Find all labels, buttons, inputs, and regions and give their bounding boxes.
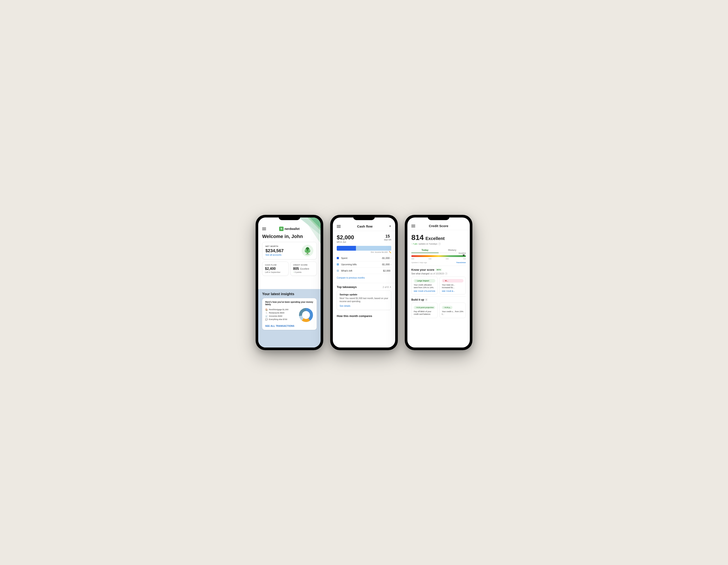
excellent-label: Excellent	[459, 252, 466, 254]
cashflow-rows: Spent -$1,000 › Upcoming bills -$1,000 ›…	[337, 255, 391, 274]
bar-wrapper: Excellent	[411, 255, 466, 257]
takeaways-header: Top takeaways 2 of 8 ∧	[337, 285, 391, 289]
cashflow-sub: left in Jun	[337, 241, 354, 243]
progress-label-text: Est. income $4,000	[371, 251, 388, 253]
phone1-top: N nerdwallet Welcome in, John NET WORTH …	[258, 217, 321, 289]
see-all-accounts[interactable]: See all accounts	[265, 254, 284, 256]
progress-bar-container: Est. income $4,000 ✏️	[337, 246, 391, 253]
svg-point-16	[303, 312, 309, 318]
count-text: 2 of 8	[383, 286, 389, 288]
impact-positive-header: ↑ Large impact	[414, 279, 435, 283]
groceries-icon: 🛒	[265, 315, 268, 317]
arrow-up-icon: ↑	[293, 271, 294, 273]
cs-points: 0 points	[295, 271, 302, 273]
menu-icon-2[interactable]	[337, 225, 341, 228]
takeaway-title: Savings update	[340, 293, 388, 296]
impact-negative-header: ↓ M...	[442, 279, 463, 283]
build-header-1: ↑ 8-10 point projection	[414, 306, 435, 309]
cashflow-title: Cash flow	[357, 224, 373, 228]
two-cards: CASH FLOW $2,400 Left in September CREDI…	[262, 262, 317, 276]
see-changed: See what changed as of 10/28/20 ?	[411, 272, 466, 275]
spending-item-restaurants: 🍴 Restaraunts $500	[265, 312, 298, 314]
tick-720: 720	[463, 258, 466, 260]
changed-date: as of 10/28/20	[430, 272, 444, 275]
days-label: days left	[384, 239, 391, 241]
tab-history[interactable]: History	[439, 247, 466, 253]
impact-card-negative: ↓ M... Your total cre... increased $1...…	[439, 277, 466, 294]
takeaway-link[interactable]: See details	[340, 305, 388, 307]
menu-icon[interactable]	[262, 228, 266, 230]
progress-bar-fill	[337, 246, 356, 251]
phone1-bottom: Your latest insights Here's how you've b…	[258, 289, 321, 348]
impact-negative-link[interactable]: SEE YOUR B...	[442, 290, 463, 292]
build-arrow-2: ↑	[443, 306, 444, 308]
build-up-title: Build it up ?	[411, 298, 466, 301]
net-worth-label: NET WORTH	[265, 245, 284, 247]
credit-score-row: 814 Excellent	[411, 233, 466, 242]
tick-630: 630	[429, 258, 431, 260]
arrow-down-impact: ↓	[443, 280, 444, 282]
know-score-section: Know your score BETA See what changed as…	[411, 266, 466, 318]
insights-card: Here's how you've been spending your mon…	[262, 298, 317, 330]
spending-item-other: 💬 Everything else $700	[265, 318, 298, 321]
tab-today[interactable]: Today	[411, 247, 439, 253]
edit-icon[interactable]: ✏️	[389, 251, 391, 253]
cashflow-amount: $2,000	[337, 234, 354, 241]
phone-3: Credit Score 814 Excellent ↑ 7 pts Updat…	[405, 215, 472, 350]
other-icon: 💬	[265, 318, 268, 321]
phone-2: Cash flow + $2,000 left in Jun 15 days l…	[330, 215, 398, 350]
insights-content: 🏠 Rent/Mortgage $1,000 🍴 Restaraunts $50…	[265, 307, 314, 323]
cash-flow-card[interactable]: CASH FLOW $2,400 Left in September	[262, 262, 289, 276]
net-worth-left: NET WORTH $234,567 See all accounts	[265, 245, 284, 256]
update-text: Updates on Tuesdays	[418, 243, 437, 245]
build-label-2: 8-10 p...	[445, 306, 451, 308]
cf-row-spent[interactable]: Spent -$1,000 ›	[337, 255, 391, 261]
cs-sub: ↑ 0 points	[293, 271, 314, 273]
cf-row-left[interactable]: What's left $2,000	[337, 268, 391, 274]
score-bar	[411, 255, 466, 257]
cashflow-main: $2,000 left in Jun 15 days left	[337, 234, 391, 243]
cs-score-row: 805 Excellent	[293, 267, 314, 271]
days-number: 15	[384, 234, 391, 239]
cs-label: CREDIT SCORE	[293, 264, 314, 266]
svg-point-9	[306, 247, 309, 250]
tree-icon	[302, 245, 313, 257]
welcome-title: Welcome in, John	[262, 234, 317, 239]
build-arrow-1: ↑	[415, 306, 416, 308]
credit-title: Credit Score	[429, 224, 448, 228]
notch-2	[353, 215, 375, 220]
question-icon-2: ?	[445, 272, 448, 275]
question-icon: ?	[438, 243, 441, 245]
takeaways-count: 2 of 8 ∧	[383, 286, 391, 288]
impact-positive-text: Large impact	[417, 280, 429, 282]
notch-3	[428, 215, 449, 220]
pts-text: 7 pts	[413, 243, 417, 245]
left-label: What's left	[341, 269, 383, 272]
plus-icon[interactable]: +	[389, 224, 391, 229]
impact-negative-body: Your total cre... increased $1...	[442, 284, 463, 289]
credit-content: 814 Excellent ↑ 7 pts Updates on Tuesday…	[407, 230, 470, 321]
menu-icon-3[interactable]	[411, 225, 415, 227]
phone1-screen: N nerdwallet Welcome in, John NET WORTH …	[258, 217, 321, 348]
credit-rating: Excellent	[426, 236, 445, 241]
chevron-up-icon: ∧	[390, 286, 391, 288]
impact-positive-link[interactable]: SEE YOUR UTILIZATION	[414, 290, 435, 292]
see-all-transactions[interactable]: SEE ALL TRANSACTIONS	[265, 325, 314, 327]
cf-sub: Left in September	[265, 271, 286, 273]
credit-score-card[interactable]: CREDIT SCORE 805 Excellent ↑ 0 points	[290, 262, 317, 276]
phone3-screen: Credit Score 814 Excellent ↑ 7 pts Updat…	[407, 217, 470, 348]
build-up-section: Build it up ? ↑ 8-10 point projection Pa…	[411, 296, 466, 318]
spent-amount: -$1,000	[381, 257, 390, 259]
cashflow-left: $2,000 left in Jun	[337, 234, 354, 243]
credit-update: ↑ 7 pts Updates on Tuesdays ?	[411, 243, 466, 245]
phones-container: N nerdwallet Welcome in, John NET WORTH …	[256, 215, 472, 350]
build-card-2: ↑ 8-10 p... Your credit u... from 23% t.…	[439, 303, 466, 318]
compare-link[interactable]: Compare to previous months	[337, 276, 391, 280]
rent-icon: 🏠	[265, 308, 268, 311]
cf-row-bills[interactable]: Upcoming bills -$1,000 ›	[337, 261, 391, 268]
transunion-badge: TransUnion	[456, 262, 466, 264]
arrow-up-impact: ↑	[415, 280, 416, 282]
pts-badge: ↑ 7 pts	[411, 243, 417, 245]
svg-point-11	[308, 249, 310, 251]
score-indicator	[463, 255, 465, 256]
